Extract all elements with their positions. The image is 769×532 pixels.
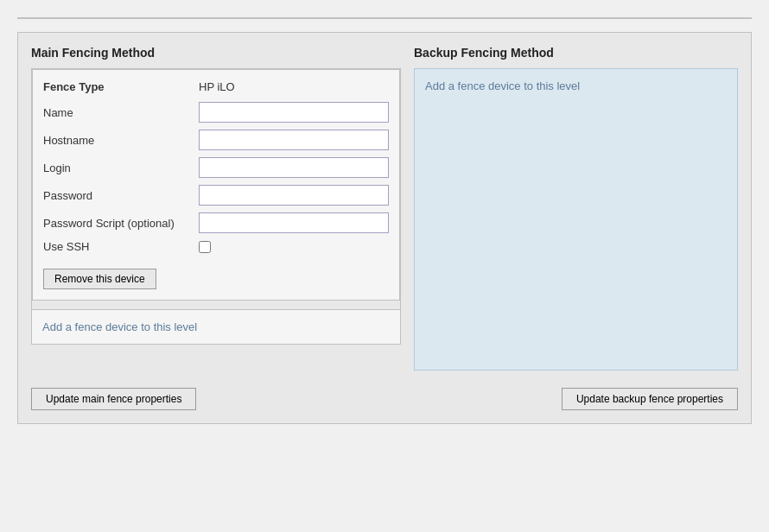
outer-container: Main Fencing Method Fence Type HP iLO Na… (17, 32, 752, 424)
password-input[interactable] (199, 185, 389, 206)
login-input[interactable] (199, 157, 389, 178)
remove-device-button[interactable]: Remove this device (43, 269, 156, 289)
password-script-row: Password Script (optional) (43, 212, 389, 233)
hostname-input[interactable] (199, 130, 389, 150)
password-row: Password (43, 185, 389, 206)
add-fence-link-main[interactable]: Add a fence device to this level (42, 320, 197, 333)
main-fencing-inner-box: Fence Type HP iLO Name Hostname (32, 69, 400, 301)
fence-type-value: HP iLO (199, 80, 235, 93)
fence-type-row: Fence Type HP iLO (43, 80, 389, 93)
name-row: Name (43, 102, 389, 123)
password-label: Password (43, 189, 199, 202)
remove-btn-wrapper: Remove this device (43, 260, 389, 289)
hostname-row: Hostname (43, 130, 389, 150)
use-ssh-row: Use SSH (43, 240, 389, 253)
two-col-layout: Main Fencing Method Fence Type HP iLO Na… (31, 46, 738, 370)
name-input[interactable] (199, 102, 389, 123)
password-script-label: Password Script (optional) (43, 217, 199, 230)
login-label: Login (43, 162, 199, 174)
add-fence-area: Add a fence device to this level (32, 309, 400, 344)
login-row: Login (43, 157, 389, 178)
use-ssh-checkbox[interactable] (199, 241, 211, 253)
main-fencing-box-wrapper: Fence Type HP iLO Name Hostname (31, 68, 401, 345)
page-wrapper: Main Fencing Method Fence Type HP iLO Na… (0, 0, 769, 532)
backup-fencing-column: Backup Fencing Method Add a fence device… (414, 46, 738, 370)
bottom-buttons: Update main fence properties Update back… (31, 388, 738, 410)
main-fencing-column: Main Fencing Method Fence Type HP iLO Na… (31, 46, 401, 370)
update-backup-fence-button[interactable]: Update backup fence properties (562, 388, 738, 410)
hostname-label: Hostname (43, 134, 199, 147)
use-ssh-label: Use SSH (43, 240, 199, 253)
fence-type-label: Fence Type (43, 80, 199, 93)
add-fence-link-backup[interactable]: Add a fence device to this level (425, 79, 580, 92)
name-label: Name (43, 106, 199, 119)
backup-fencing-heading: Backup Fencing Method (414, 46, 738, 60)
main-fencing-heading: Main Fencing Method (31, 46, 401, 60)
top-border (17, 17, 752, 19)
password-script-input[interactable] (199, 212, 389, 233)
backup-fencing-box: Add a fence device to this level (414, 68, 738, 370)
update-main-fence-button[interactable]: Update main fence properties (31, 388, 196, 410)
